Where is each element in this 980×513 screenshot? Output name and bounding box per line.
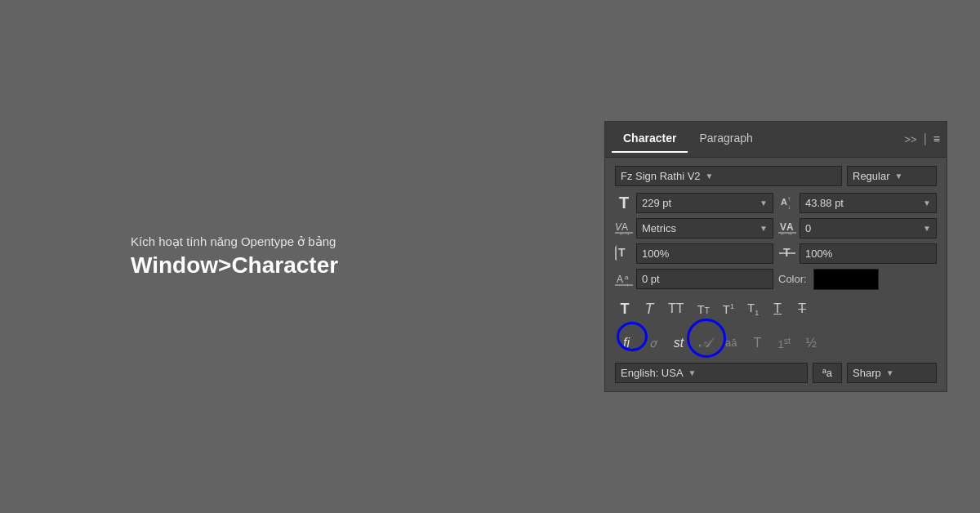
kerning-field[interactable]: Metrics ▼ bbox=[636, 218, 773, 239]
svg-text:←: ← bbox=[778, 250, 784, 256]
color-group: Color: bbox=[778, 269, 937, 290]
left-section: Kích hoạt tính năng Opentype ở bảng Wind… bbox=[0, 234, 604, 279]
ligatures-button[interactable]: fi bbox=[615, 332, 638, 355]
font-name-arrow: ▼ bbox=[706, 172, 714, 181]
kerning-tracking-row: V A ←→ Metrics ▼ V A ← bbox=[615, 218, 937, 239]
vertical-scale-field[interactable]: 100% bbox=[636, 243, 773, 264]
horizontal-scale-value: 100% bbox=[805, 248, 832, 260]
panel-body: Fz Sign Rathi V2 ▼ Regular ▼ T 229 pt ▼ bbox=[605, 158, 947, 391]
language-select[interactable]: English: USA ▼ bbox=[615, 363, 808, 383]
tracking-group: V A ← → 0 ▼ bbox=[778, 218, 937, 239]
svg-text:↑: ↑ bbox=[787, 195, 791, 203]
opentype-container: fi ơ st 𝒜 aā T 1st ½ bbox=[615, 330, 937, 356]
baseline-group: A a ↑ 0 pt bbox=[615, 269, 773, 289]
tab-divider: | bbox=[924, 132, 927, 146]
font-size-value: 229 pt bbox=[642, 197, 671, 209]
antialiasing-arrow: ▼ bbox=[886, 368, 894, 377]
bottom-row: English: USA ▼ ªa Sharp ▼ bbox=[615, 363, 937, 383]
leading-arrow: ▼ bbox=[923, 199, 931, 207]
tracking-icon: V A ← → bbox=[778, 220, 796, 236]
svg-text:→: → bbox=[791, 250, 796, 256]
horizontal-scale-field[interactable]: 100% bbox=[800, 243, 937, 264]
subscript-button[interactable]: T1 bbox=[743, 298, 763, 319]
svg-text:T: T bbox=[618, 246, 626, 259]
size-leading-row: T 229 pt ▼ A ↑ ↓ 43.88 pt ▼ bbox=[615, 193, 937, 213]
baseline-field[interactable]: 0 pt bbox=[636, 269, 773, 289]
color-swatch[interactable] bbox=[813, 269, 879, 290]
svg-text:↑: ↑ bbox=[615, 245, 618, 249]
more-tabs-button[interactable]: >> bbox=[904, 133, 916, 145]
font-size-field[interactable]: 229 pt ▼ bbox=[636, 193, 773, 213]
subtitle-text: Kích hoạt tính năng Opentype ở bảng bbox=[131, 234, 604, 249]
kerning-group: V A ←→ Metrics ▼ bbox=[615, 218, 773, 239]
font-size-icon: T bbox=[615, 194, 633, 212]
swash-button[interactable]: 𝒜 bbox=[693, 332, 716, 355]
discretionary-lig-button[interactable]: st bbox=[667, 332, 690, 355]
all-caps-button[interactable]: TT bbox=[664, 299, 688, 319]
font-style-select[interactable]: Regular ▼ bbox=[847, 166, 937, 186]
svg-text:↓: ↓ bbox=[787, 203, 791, 211]
tracking-field[interactable]: 0 ▼ bbox=[800, 218, 937, 239]
leading-value: 43.88 pt bbox=[805, 197, 844, 209]
bold-button[interactable]: T bbox=[615, 298, 635, 320]
small-caps-button[interactable]: TT bbox=[693, 300, 714, 319]
baseline-icon: A a ↑ bbox=[615, 271, 633, 288]
font-style-arrow: ▼ bbox=[895, 172, 903, 181]
leading-field[interactable]: 43.88 pt ▼ bbox=[800, 193, 937, 213]
superscript-button[interactable]: T1 bbox=[719, 300, 738, 319]
stylistic-alt-button[interactable]: aā bbox=[719, 332, 742, 353]
ordinal-button[interactable]: 1st bbox=[772, 332, 796, 355]
tab-bar: Character Paragraph >> | ≡ bbox=[605, 122, 947, 158]
leading-group: A ↑ ↓ 43.88 pt ▼ bbox=[778, 193, 937, 213]
svg-text:A: A bbox=[781, 197, 787, 207]
leading-icon: A ↑ ↓ bbox=[778, 194, 796, 211]
font-name-select[interactable]: Fz Sign Rathi V2 ▼ bbox=[615, 166, 842, 186]
font-row: Fz Sign Rathi V2 ▼ Regular ▼ bbox=[615, 166, 937, 186]
tabs-extra: >> | ≡ bbox=[904, 132, 940, 146]
vertical-scale-icon: T ↑ ↓ bbox=[615, 245, 633, 261]
style-buttons-row: T T TT TT T1 T1 T T bbox=[615, 295, 937, 323]
svg-text:↑: ↑ bbox=[626, 283, 629, 288]
baseline-value: 0 pt bbox=[642, 273, 660, 285]
antialiasing-select[interactable]: Sharp ▼ bbox=[847, 363, 937, 383]
strikethrough-button[interactable]: T bbox=[792, 299, 812, 319]
tab-character[interactable]: Character bbox=[612, 125, 688, 153]
titling-alt-button[interactable]: T bbox=[746, 332, 768, 355]
main-title: Window>Character bbox=[131, 252, 604, 279]
panel-menu-icon[interactable]: ≡ bbox=[933, 132, 940, 145]
antialiasing-value: Sharp bbox=[853, 367, 881, 379]
tracking-arrow: ▼ bbox=[923, 224, 931, 233]
font-name-value: Fz Sign Rathi V2 bbox=[621, 170, 701, 182]
language-value: English: USA bbox=[621, 367, 684, 379]
font-size-group: T 229 pt ▼ bbox=[615, 193, 773, 213]
svg-text:←→: ←→ bbox=[619, 231, 630, 236]
aa-box: ªa bbox=[813, 363, 842, 383]
svg-text:a: a bbox=[625, 274, 629, 281]
vertical-scale-group: T ↑ ↓ 100% bbox=[615, 243, 773, 264]
character-panel: Character Paragraph >> | ≡ Fz Sign Rathi… bbox=[604, 121, 947, 392]
language-arrow: ▼ bbox=[688, 368, 697, 377]
font-size-arrow: ▼ bbox=[760, 199, 768, 207]
kerning-value: Metrics bbox=[642, 222, 676, 234]
underline-button[interactable]: T bbox=[768, 299, 787, 319]
kerning-icon: V A ←→ bbox=[615, 220, 633, 236]
font-style-value: Regular bbox=[853, 170, 890, 182]
scale-row: T ↑ ↓ 100% T ← → bbox=[615, 243, 937, 264]
svg-text:↓: ↓ bbox=[615, 256, 618, 261]
aa-label: ªa bbox=[822, 367, 832, 379]
horizontal-scale-icon: T ← → bbox=[778, 245, 796, 261]
color-label: Color: bbox=[778, 273, 807, 285]
fractions-button[interactable]: ½ bbox=[800, 332, 822, 355]
italic-button[interactable]: T bbox=[639, 298, 659, 320]
horizontal-scale-group: T ← → 100% bbox=[778, 243, 937, 264]
vertical-scale-value: 100% bbox=[642, 248, 669, 260]
contextual-alt-button[interactable]: ơ bbox=[641, 332, 664, 354]
tab-paragraph[interactable]: Paragraph bbox=[688, 125, 764, 153]
tracking-value: 0 bbox=[805, 222, 811, 234]
svg-text:A: A bbox=[617, 274, 623, 285]
svg-text:T: T bbox=[783, 246, 791, 259]
opentype-row: fi ơ st 𝒜 aā T 1st ½ bbox=[615, 330, 937, 356]
kerning-arrow: ▼ bbox=[760, 224, 768, 233]
svg-text:←  →: ← → bbox=[780, 231, 793, 236]
baseline-color-row: A a ↑ 0 pt Color: bbox=[615, 269, 937, 290]
